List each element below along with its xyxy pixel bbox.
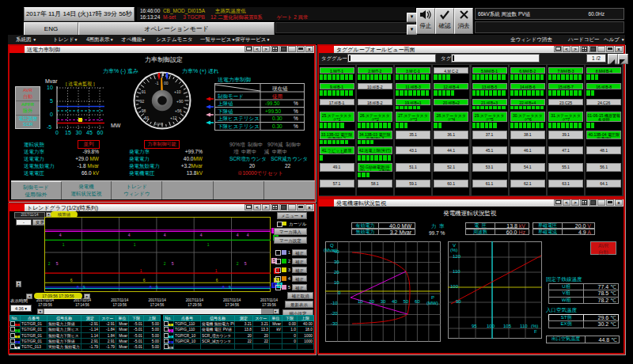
svg-text:+56: +56 [175, 108, 182, 113]
svg-text:-98: -98 [140, 108, 146, 113]
svg-text:+90: +90 [176, 99, 184, 104]
svg-text:+12: +12 [170, 116, 177, 120]
svg-text:-92: -92 [138, 99, 144, 104]
svg-text:-91: -91 [143, 116, 149, 120]
svg-text:+10: +10 [174, 89, 181, 94]
svg-text:cosφ: cosφ [155, 122, 163, 126]
svg-text:-91: -91 [140, 89, 146, 94]
